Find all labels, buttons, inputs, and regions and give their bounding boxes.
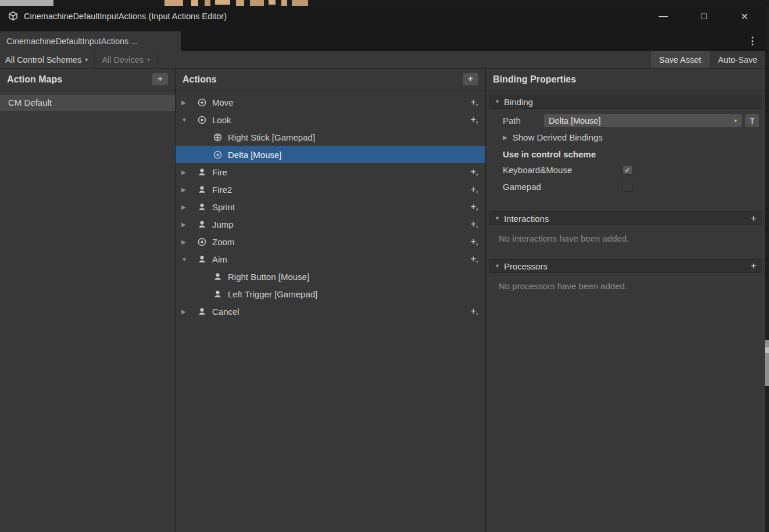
action-row-label: Right Button [Mouse] [228,272,309,282]
background-fragment [236,0,244,6]
binding-properties-body: ▼ Binding Path Delta [Mouse] ▾ T ▶ Show [486,91,765,291]
action-row-left-trigger-gamepad[interactable]: Left Trigger [Gamepad] [176,285,485,303]
toolbar-spacer [158,51,650,68]
add-action-button[interactable]: + [463,73,478,85]
analog-control-icon [197,115,207,125]
action-row-label: Aim [212,254,227,264]
foldout-collapsed-icon[interactable]: ▶ [181,308,197,315]
actions-tree: ▶Move+,▼Look+,Right Stick [Gamepad]Delta… [176,91,485,320]
add-binding-icon[interactable]: +, [470,218,478,230]
button-control-icon [197,167,207,177]
action-row-sprint[interactable]: ▶Sprint+, [176,198,485,215]
action-row-label: Zoom [212,237,234,247]
background-fragment [164,0,183,6]
button-control-icon [197,307,207,317]
background-fragment [250,0,264,6]
foldout-collapsed-icon[interactable]: ▶ [181,239,197,245]
control-schemes-dropdown[interactable]: All Control Schemes ▾ [0,51,95,68]
action-row-delta-mouse[interactable]: Delta [Mouse] [176,146,485,163]
scheme-checkbox-gamepad[interactable] [623,182,632,192]
analog-control-icon [197,237,207,247]
action-row-label: Sprint [212,202,235,212]
button-control-icon [197,185,207,195]
action-row-label: Look [212,115,231,125]
foldout-collapsed-icon[interactable]: ▶ [181,99,197,106]
minimize-button[interactable]: — [643,11,684,21]
add-binding-icon[interactable]: +, [470,184,478,195]
add-binding-icon[interactable]: +, [470,114,478,125]
tab-bar: CinemachineDefaultInputActions ... ⋮ [0,26,765,51]
add-processor-button[interactable]: + [751,261,756,271]
actions-header: Actions + [176,69,485,91]
action-row-aim[interactable]: ▼Aim+, [176,250,485,268]
foldout-collapsed-icon[interactable]: ▶ [181,169,197,175]
interactions-section-header[interactable]: ▼ Interactions + [489,211,761,225]
button-control-icon [197,220,207,229]
foldout-collapsed-icon[interactable]: ▶ [181,186,197,193]
foldout-collapsed-icon[interactable]: ▶ [181,221,197,228]
action-row-fire[interactable]: ▶Fire+, [176,163,485,181]
interactions-empty-text: No interactions have been added. [499,233,765,243]
scheme-label: Keyboard&Mouse [503,165,623,175]
close-button[interactable]: × [724,9,765,23]
button-control-icon [197,202,207,212]
devices-label: All Devices [102,55,144,64]
add-binding-icon[interactable]: +, [470,201,478,213]
background-fragment [0,0,53,6]
action-row-label: Move [212,98,234,107]
scheme-row-keyboard-mouse: Keyboard&Mouse✓ [503,164,765,176]
path-value: Delta [Mouse] [549,116,600,125]
devices-dropdown[interactable]: All Devices ▾ [95,51,158,68]
save-asset-button[interactable]: Save Asset [650,51,710,68]
background-fragment [269,0,276,5]
action-row-move[interactable]: ▶Move+, [176,94,485,111]
titlebar[interactable]: CinemachineDefaultInputActions (Input Ac… [0,6,765,26]
path-text-mode-button[interactable]: T [745,114,759,127]
action-row-label: Jump [212,220,234,229]
foldout-expanded-icon[interactable]: ▼ [181,256,197,263]
kebab-menu-icon[interactable]: ⋮ [747,35,757,47]
action-map-item-cm-default[interactable]: CM Default [0,95,175,111]
show-derived-bindings-label: Show Derived Bindings [513,132,603,142]
processors-section-header[interactable]: ▼ Processors + [489,259,761,273]
processors-section-title: Processors [504,261,548,271]
tab-input-actions-asset[interactable]: CinemachineDefaultInputActions ... [0,31,181,51]
action-row-right-button-mouse[interactable]: Right Button [Mouse] [176,268,485,285]
action-row-look[interactable]: ▼Look+, [176,111,485,128]
binding-section-header[interactable]: ▼ Binding [489,95,761,109]
binding-properties-title: Binding Properties [493,74,576,85]
add-interaction-button[interactable]: + [751,213,756,224]
foldout-collapsed-icon[interactable]: ▶ [181,204,197,210]
action-row-cancel[interactable]: ▶Cancel+, [176,303,485,320]
foldout-expanded-icon[interactable]: ▼ [181,117,197,123]
action-row-zoom[interactable]: ▶Zoom+, [176,233,485,250]
action-row-right-stick-gamepad[interactable]: Right Stick [Gamepad] [176,128,485,146]
add-binding-icon[interactable]: +, [470,253,478,265]
scheme-checkbox-keyboard-mouse[interactable]: ✓ [623,165,632,175]
add-binding-icon[interactable]: +, [470,166,478,178]
control-schemes-label: All Control Schemes [5,55,81,64]
action-row-label: Left Trigger [Gamepad] [228,289,317,299]
auto-save-label: Auto-Save [718,55,757,64]
add-binding-icon[interactable]: +, [470,96,478,108]
show-derived-bindings-foldout[interactable]: ▶ Show Derived Bindings [503,132,765,142]
background-fragment [191,0,198,6]
add-action-map-button[interactable]: + [152,73,168,85]
button-control-icon [213,272,223,282]
main-area: Action Maps + CM Default Actions + ▶Move… [0,69,765,532]
action-row-jump[interactable]: ▶Jump+, [176,215,485,233]
chevron-down-icon: ▾ [734,117,737,124]
auto-save-toggle[interactable]: Auto-Save [710,51,765,68]
add-binding-icon[interactable]: +, [470,236,478,247]
desktop-background-top [0,0,769,6]
maximize-button[interactable]: □ [684,11,724,21]
chevron-down-icon: ▾ [85,56,88,63]
background-fragment [292,0,308,6]
action-row-label: Delta [Mouse] [228,150,282,160]
add-binding-icon[interactable]: +, [470,305,478,317]
binding-properties-panel: Binding Properties ▼ Binding Path Delta … [486,69,765,532]
action-row-fire2[interactable]: ▶Fire2+, [176,181,485,198]
path-dropdown[interactable]: Delta [Mouse] ▾ [544,114,742,127]
control-scheme-list: Keyboard&Mouse✓Gamepad [486,164,765,193]
analog-control-icon [197,98,207,107]
